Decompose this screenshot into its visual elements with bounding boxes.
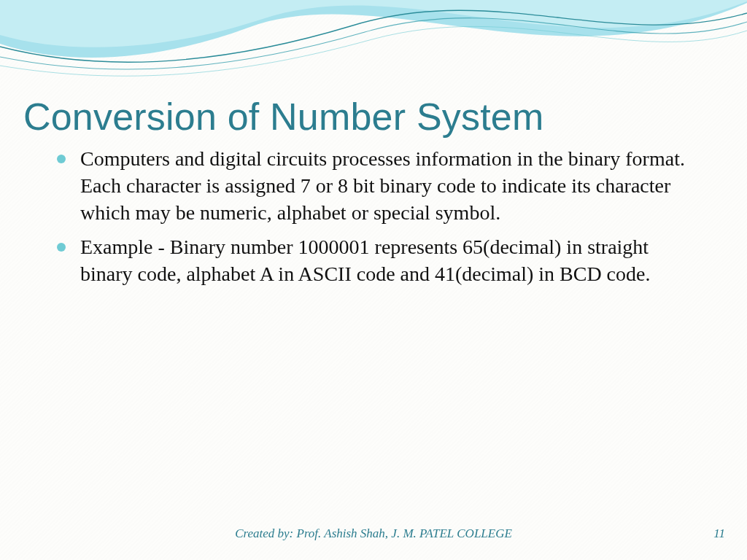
footer-credit: Created by: Prof. Ashish Shah, J. M. PAT… <box>0 526 747 541</box>
slide-footer: Created by: Prof. Ashish Shah, J. M. PAT… <box>0 526 747 544</box>
bullet-list: Computers and digital circuits processes… <box>53 146 689 288</box>
slide-body: Computers and digital circuits processes… <box>53 146 689 295</box>
bullet-item: Computers and digital circuits processes… <box>53 146 689 227</box>
page-number: 11 <box>713 526 725 541</box>
slide-title: Conversion of Number System <box>23 95 543 139</box>
slide: Conversion of Number System Computers an… <box>0 0 747 560</box>
bullet-item: Example - Binary number 1000001 represen… <box>53 234 689 288</box>
